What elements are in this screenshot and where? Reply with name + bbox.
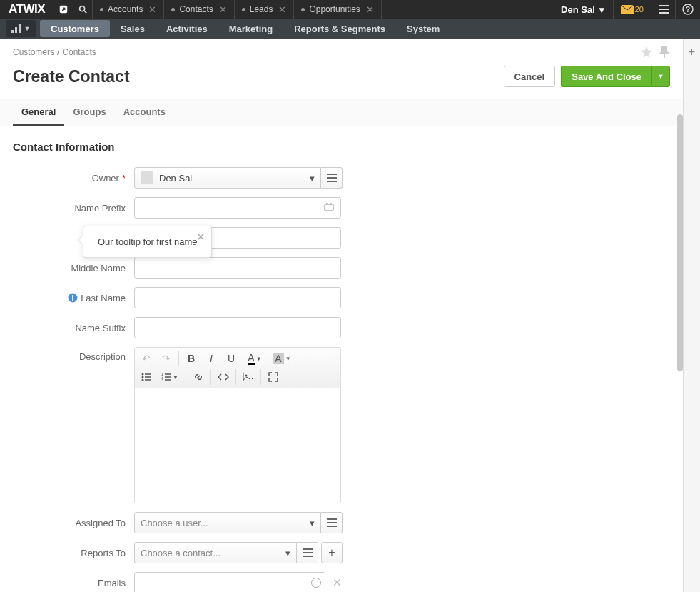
brand-logo[interactable]: ATWIX [0, 2, 54, 16]
dashboard-toggle[interactable]: ▼ [6, 20, 36, 37]
bg-color-icon[interactable]: A ▼ [268, 349, 295, 368]
nav-system[interactable]: System [396, 19, 450, 39]
user-menu[interactable]: Den Sal ▾ [552, 0, 614, 19]
pin-icon[interactable] [659, 46, 670, 59]
close-icon[interactable]: ✕ [219, 4, 227, 15]
nav-sales[interactable]: Sales [110, 19, 156, 39]
star-icon[interactable] [640, 46, 653, 59]
fullscreen-icon[interactable] [263, 368, 283, 386]
info-icon[interactable]: i [68, 293, 78, 303]
top-tab-accounts[interactable]: Accounts ✕ [93, 0, 164, 19]
save-and-close-button[interactable]: Save And Close [561, 66, 651, 87]
svg-text:i: i [72, 294, 74, 302]
save-dropdown-button[interactable]: ▼ [651, 66, 670, 87]
scrollbar[interactable] [677, 114, 683, 543]
tab-accounts[interactable]: Accounts [115, 99, 174, 126]
emails-label: Emails [98, 578, 126, 588]
row-owner: Owner * Den Sal ▾ [13, 167, 670, 189]
nav-customers[interactable]: Customers [40, 20, 110, 37]
caret-down-icon: ▾ [599, 4, 604, 15]
middle-name-label: Middle Name [71, 263, 126, 274]
row-emails: Emails ✕ [13, 572, 670, 592]
section-title: Contact Information [13, 141, 670, 153]
tab-groups[interactable]: Groups [64, 99, 114, 126]
envelope-icon [621, 5, 634, 14]
primary-radio[interactable] [311, 578, 321, 588]
breadcrumb: Customers / Contacts [0, 39, 683, 61]
row-assigned-to: Assigned To Choose a user... ▾ [13, 512, 670, 533]
tab-dot-icon [100, 8, 103, 11]
close-icon[interactable]: ✕ [148, 4, 156, 15]
assigned-to-select[interactable]: Choose a user... ▾ [134, 512, 321, 533]
middle-name-input[interactable] [134, 257, 341, 279]
search-icon[interactable] [73, 0, 92, 19]
mail-button[interactable]: 20 [614, 0, 651, 19]
reports-to-label: Reports To [81, 548, 126, 558]
top-tab-leads[interactable]: Leads ✕ [235, 0, 295, 19]
svg-text:?: ? [686, 6, 690, 14]
owner-select[interactable]: Den Sal ▾ [134, 167, 321, 189]
rte-textarea[interactable] [135, 388, 340, 503]
cancel-button[interactable]: Cancel [504, 66, 556, 87]
share-icon[interactable] [54, 0, 73, 19]
top-tab-label: Contacts [179, 4, 213, 14]
last-name-input[interactable] [134, 287, 341, 308]
underline-icon[interactable]: U [221, 349, 241, 368]
link-icon[interactable] [188, 368, 208, 386]
list-icon [327, 174, 337, 182]
tooltip-close-icon[interactable]: ✕ [196, 231, 206, 244]
scrollbar-thumb[interactable] [677, 114, 683, 371]
owner-list-button[interactable] [321, 167, 343, 189]
nav-marketing[interactable]: Marketing [218, 19, 283, 39]
title-row: Create Contact Cancel Save And Close ▼ [0, 61, 683, 99]
help-icon[interactable]: ? [676, 0, 700, 19]
svg-rect-34 [243, 373, 253, 381]
row-description: Description ↶ ↷ B I U A ▼ A ▼ 123 ▼ [13, 347, 670, 503]
close-icon[interactable]: ✕ [278, 4, 286, 15]
caret-down-icon: ▼ [24, 25, 31, 32]
tooltip-text: Our tooltip for first name [98, 236, 197, 247]
tooltip: ✕ Our tooltip for first name [83, 226, 212, 258]
nav-activities[interactable]: Activities [156, 19, 218, 39]
nav-reports[interactable]: Reports & Segments [283, 19, 396, 39]
undo-icon[interactable]: ↶ [136, 349, 156, 368]
close-icon[interactable]: ✕ [366, 4, 374, 15]
image-icon[interactable] [238, 368, 258, 386]
reports-to-placeholder: Choose a contact... [141, 548, 220, 558]
top-tab-contacts[interactable]: Contacts ✕ [164, 0, 234, 19]
keyboard-icon[interactable] [324, 202, 337, 212]
code-icon[interactable] [213, 368, 233, 386]
hamburger-icon[interactable] [651, 0, 676, 19]
numbered-list-icon[interactable]: 123 ▼ [156, 368, 183, 386]
row-name-prefix: Name Prefix [13, 197, 670, 219]
text-color-icon[interactable]: A ▼ [241, 349, 268, 368]
bold-icon[interactable]: B [181, 349, 201, 368]
bullet-list-icon[interactable] [136, 368, 156, 386]
breadcrumb-parent[interactable]: Customers [13, 47, 54, 57]
redo-icon[interactable]: ↷ [156, 349, 176, 368]
row-name-suffix: Name Suffix [13, 317, 670, 338]
breadcrumb-sep: / [57, 47, 59, 57]
row-middle-name: Middle Name [13, 257, 670, 279]
plus-icon[interactable]: + [689, 46, 695, 592]
last-name-label: Last Name [81, 293, 126, 303]
svg-rect-11 [19, 24, 21, 33]
reports-to-select[interactable]: Choose a contact... ▾ [134, 542, 297, 563]
name-prefix-input[interactable] [134, 197, 341, 219]
reports-to-list-button[interactable] [297, 542, 318, 563]
email-input[interactable] [134, 572, 325, 592]
user-name: Den Sal [561, 4, 595, 15]
name-suffix-input[interactable] [134, 317, 341, 338]
tab-general[interactable]: General [13, 99, 64, 126]
top-tab-label: Leads [250, 4, 273, 14]
breadcrumb-current[interactable]: Contacts [62, 47, 96, 57]
italic-icon[interactable]: I [201, 349, 221, 368]
remove-email-icon[interactable]: ✕ [333, 576, 342, 589]
svg-text:3: 3 [161, 378, 163, 381]
top-tab-opportunities[interactable]: Opportunities ✕ [294, 0, 381, 19]
reports-to-add-button[interactable]: + [321, 542, 343, 563]
rich-text-editor: ↶ ↷ B I U A ▼ A ▼ 123 ▼ [134, 347, 341, 503]
assigned-to-list-button[interactable] [321, 512, 343, 533]
caret-down-icon: ▾ [285, 548, 290, 558]
assigned-to-label: Assigned To [75, 518, 126, 528]
